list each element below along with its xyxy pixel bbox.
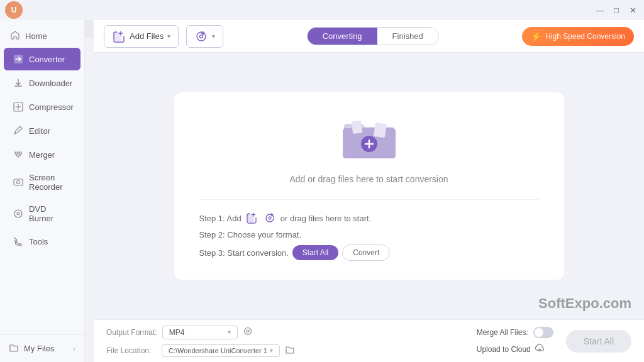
step1-or-label: or drag files here to start. — [280, 214, 372, 223]
drop-area: Add or drag files here to start conversi… — [94, 53, 644, 319]
add-dvd-button[interactable]: ▾ — [186, 25, 223, 48]
step1-label: Step 1: Add — [199, 214, 242, 223]
step1-add-files-icon[interactable] — [245, 211, 259, 225]
bottom-middle-section: Merge All Files: Upload to Cloud — [477, 327, 553, 355]
sidebar: Home Converter Downloader — [0, 20, 85, 362]
add-dvd-chevron: ▾ — [212, 33, 215, 40]
step2-row: Step 2: Choose your format. — [199, 230, 539, 239]
dvd-burner-icon — [13, 208, 24, 219]
svg-rect-11 — [352, 120, 362, 133]
tab-group: Converting Finished — [307, 27, 439, 45]
app-body: Home Converter Downloader — [0, 20, 644, 362]
sidebar-item-editor[interactable]: Editor — [4, 119, 80, 142]
sidebar-downloader-label: Downloader — [29, 79, 72, 88]
file-location-value: C:\Wondershare UniConverter 1 — [169, 347, 267, 354]
file-location-input[interactable]: C:\Wondershare UniConverter 1 ▾ — [162, 344, 280, 357]
sidebar-editor-label: Editor — [29, 126, 50, 136]
svg-point-8 — [200, 35, 203, 38]
drop-zone[interactable]: Add or drag files here to start conversi… — [174, 92, 564, 280]
add-files-chevron: ▾ — [167, 33, 170, 40]
my-files-arrow: › — [73, 345, 75, 353]
drop-text: Add or drag files here to start conversi… — [289, 174, 448, 184]
step3-row: Step 3: Start conversion. Start All Conv… — [199, 244, 539, 261]
high-speed-button[interactable]: ⚡ High Speed Conversion — [522, 27, 634, 46]
folder-illustration — [338, 111, 401, 164]
my-files-label: My Files — [24, 344, 54, 353]
step1-row: Step 1: Add — [199, 211, 539, 225]
sidebar-item-downloader[interactable]: Downloader — [4, 72, 80, 94]
title-bar: U — □ ✕ — [0, 0, 644, 20]
file-location-label: File Location: — [106, 346, 157, 355]
sidebar-item-dvd-burner[interactable]: DVD Burner — [4, 199, 80, 229]
maximize-button[interactable]: □ — [610, 4, 623, 16]
add-files-label: Add Files — [130, 31, 164, 41]
sidebar-collapse-handle[interactable] — [85, 20, 94, 38]
sidebar-item-converter[interactable]: Converter — [4, 48, 80, 70]
high-speed-label: High Speed Conversion — [545, 32, 625, 41]
main-content: Add Files ▾ ▾ Converting — [94, 20, 644, 362]
step2-label: Step 2: Choose your format. — [199, 230, 302, 239]
svg-rect-2 — [14, 179, 23, 185]
tools-icon — [13, 236, 24, 247]
sidebar-compressor-label: Compressor — [29, 102, 74, 112]
sidebar-my-files[interactable]: My Files › — [0, 334, 84, 362]
sidebar-dvd-burner-label: DVD Burner — [29, 204, 72, 223]
sidebar-item-merger[interactable]: Merger — [4, 143, 80, 166]
convert-button-step3[interactable]: Convert — [342, 244, 390, 261]
upload-cloud-row: Upload to Cloud — [477, 343, 545, 355]
sidebar-item-compressor[interactable]: Compressor — [4, 96, 80, 118]
tab-converting-label: Converting — [323, 31, 362, 41]
my-files-icon — [9, 343, 19, 354]
folder-open-icon[interactable] — [285, 344, 295, 356]
screen-recorder-icon — [13, 177, 24, 188]
lightning-icon: ⚡ — [531, 31, 541, 41]
sidebar-screen-recorder-label: Screen Recorder — [29, 173, 72, 192]
output-format-row: Output Format: MP4 ▾ — [106, 326, 464, 339]
svg-point-4 — [14, 210, 22, 217]
downloader-icon — [13, 77, 24, 89]
file-location-row: File Location: C:\Wondershare UniConvert… — [106, 344, 464, 357]
add-files-button[interactable]: Add Files ▾ — [104, 25, 179, 48]
cloud-upload-icon[interactable] — [535, 343, 545, 355]
home-label: Home — [25, 31, 47, 41]
sidebar-converter-label: Converter — [29, 55, 65, 64]
bottom-bar: Output Format: MP4 ▾ File Location: — [94, 319, 644, 362]
app-icon: U — [5, 1, 23, 19]
merge-all-label: Merge All Files: — [477, 328, 528, 337]
location-chevron-icon: ▾ — [270, 347, 273, 354]
output-format-label: Output Format: — [106, 328, 157, 337]
output-format-select[interactable]: MP4 ▾ — [162, 326, 238, 339]
settings-icon[interactable] — [243, 326, 253, 338]
compressor-icon — [13, 101, 24, 112]
tab-converting[interactable]: Converting — [308, 28, 377, 45]
svg-point-5 — [17, 212, 19, 215]
home-icon — [10, 30, 20, 42]
start-all-main-button[interactable]: Start All — [566, 330, 631, 353]
sidebar-item-home[interactable]: Home — [0, 25, 84, 47]
merger-icon — [13, 149, 24, 160]
bottom-left-section: Output Format: MP4 ▾ File Location: — [106, 326, 464, 357]
sidebar-item-tools[interactable]: Tools — [4, 230, 80, 253]
tab-finished[interactable]: Finished — [377, 28, 438, 45]
tab-finished-label: Finished — [392, 31, 423, 41]
start-all-button-step3[interactable]: Start All — [292, 245, 338, 260]
output-format-value: MP4 — [169, 328, 185, 337]
close-button[interactable]: ✕ — [626, 4, 639, 16]
svg-point-15 — [244, 328, 251, 335]
sidebar-merger-label: Merger — [29, 150, 55, 160]
editor-icon — [13, 125, 24, 136]
svg-rect-10 — [373, 123, 386, 138]
svg-point-3 — [17, 181, 20, 184]
converter-icon — [13, 53, 24, 65]
merge-toggle[interactable] — [533, 327, 553, 338]
svg-point-13 — [266, 214, 274, 222]
minimize-button[interactable]: — — [594, 4, 606, 16]
step1-add-dvd-icon[interactable] — [263, 211, 277, 225]
upload-to-cloud-label: Upload to Cloud — [477, 345, 531, 354]
toolbar: Add Files ▾ ▾ Converting — [94, 20, 644, 53]
sidebar-item-screen-recorder[interactable]: Screen Recorder — [4, 167, 80, 197]
format-chevron-icon: ▾ — [228, 329, 231, 336]
step3-label: Step 3: Start conversion. — [199, 248, 289, 258]
steps-container: Step 1: Add — [199, 199, 539, 261]
add-dvd-icon — [194, 30, 208, 43]
